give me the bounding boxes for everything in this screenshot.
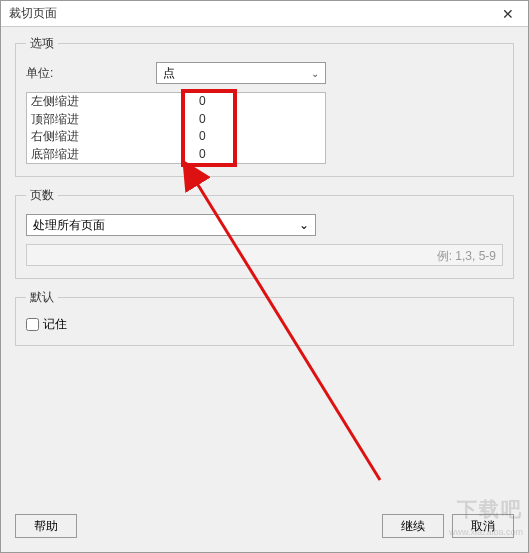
value-bottom-indent: 0 — [199, 146, 206, 163]
legend-options: 选项 — [26, 35, 58, 52]
remember-checkbox[interactable] — [26, 318, 39, 331]
chevron-down-icon: ⌄ — [299, 218, 309, 232]
close-button[interactable]: ✕ — [488, 1, 528, 27]
dialog-crop-page: 裁切页面 ✕ 选项 单位: 点 ⌄ 左侧缩进 顶部缩进 右侧缩进 底部缩进 — [0, 0, 529, 553]
remember-checkbox-row[interactable]: 记住 — [26, 316, 503, 333]
value-right-indent: 0 — [199, 128, 206, 145]
dialog-body: 选项 单位: 点 ⌄ 左侧缩进 顶部缩进 右侧缩进 底部缩进 0 0 — [1, 27, 528, 514]
label-unit: 单位: — [26, 65, 156, 82]
label-bottom-indent: 底部缩进 — [31, 146, 177, 163]
titlebar: 裁切页面 ✕ — [1, 1, 528, 27]
row-unit: 单位: 点 ⌄ — [26, 62, 503, 84]
label-right-indent: 右侧缩进 — [31, 128, 177, 145]
help-button[interactable]: 帮助 — [15, 514, 77, 538]
indent-values-col: 0 0 0 0 — [177, 93, 237, 163]
label-left-indent: 左侧缩进 — [31, 93, 177, 110]
cancel-button[interactable]: 取消 — [452, 514, 514, 538]
pages-select[interactable]: 处理所有页面 ⌄ — [26, 214, 316, 236]
indent-listbox[interactable]: 左侧缩进 顶部缩进 右侧缩进 底部缩进 0 0 0 0 — [26, 92, 326, 164]
pages-select-value: 处理所有页面 — [33, 217, 105, 234]
fieldset-options: 选项 单位: 点 ⌄ 左侧缩进 顶部缩进 右侧缩进 底部缩进 0 0 — [15, 35, 514, 177]
footer-right: 继续 取消 — [382, 514, 514, 538]
pages-range-input: 例: 1,3, 5-9 — [26, 244, 503, 266]
continue-button[interactable]: 继续 — [382, 514, 444, 538]
value-left-indent: 0 — [199, 93, 206, 110]
fieldset-defaults: 默认 记住 — [15, 289, 514, 346]
chevron-down-icon: ⌄ — [311, 68, 319, 79]
value-top-indent: 0 — [199, 111, 206, 128]
window-title: 裁切页面 — [9, 5, 57, 22]
remember-label: 记住 — [43, 316, 67, 333]
fieldset-pages: 页数 处理所有页面 ⌄ 例: 1,3, 5-9 — [15, 187, 514, 279]
indent-labels-col: 左侧缩进 顶部缩进 右侧缩进 底部缩进 — [27, 93, 177, 163]
legend-defaults: 默认 — [26, 289, 58, 306]
legend-pages: 页数 — [26, 187, 58, 204]
unit-select[interactable]: 点 ⌄ — [156, 62, 326, 84]
label-top-indent: 顶部缩进 — [31, 111, 177, 128]
dialog-footer: 帮助 继续 取消 — [1, 514, 528, 552]
unit-select-value: 点 — [163, 65, 175, 82]
close-icon: ✕ — [502, 6, 514, 22]
